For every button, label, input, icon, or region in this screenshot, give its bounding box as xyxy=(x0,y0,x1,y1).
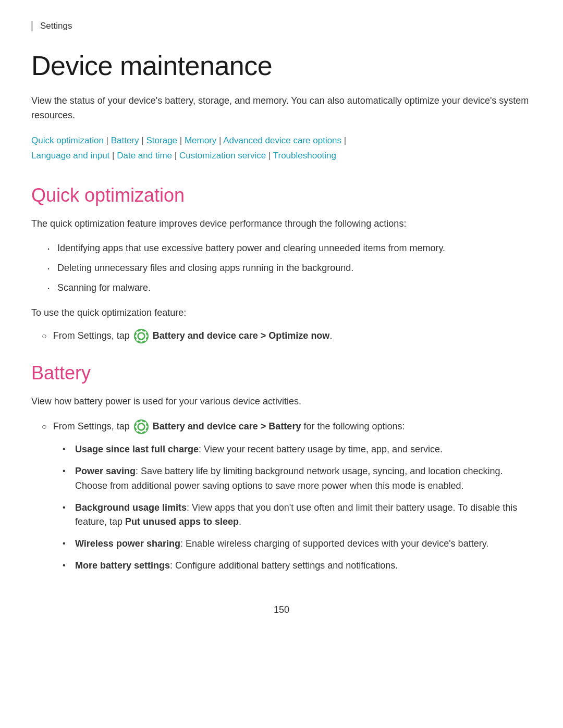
svg-rect-5 xyxy=(135,336,137,337)
quick-optimization-step: ○ From Settings, tap Battery and device … xyxy=(31,329,532,343)
toc-separator: | xyxy=(341,135,346,145)
toc-link-date[interactable]: Date and time xyxy=(117,151,172,161)
settings-icon-battery xyxy=(134,419,149,434)
toc-separator: | xyxy=(104,135,111,145)
battery-step: ○ From Settings, tap Battery and device … xyxy=(31,419,532,434)
sub-bullet-item: Wireless power sharing: Enable wireless … xyxy=(63,537,532,551)
toc-separator: | xyxy=(172,151,179,161)
battery-step-content: From Settings, tap Battery and device ca… xyxy=(53,419,405,434)
toc-link-advanced[interactable]: Advanced device care options xyxy=(223,135,341,145)
quick-optimization-intro: The quick optimization feature improves … xyxy=(31,217,532,231)
toc-links: Quick optimization | Battery | Storage |… xyxy=(31,133,532,164)
battery-intro: View how battery power is used for your … xyxy=(31,394,532,409)
toc-link-quick-optimization[interactable]: Quick optimization xyxy=(31,135,104,145)
bullet-item: Scanning for malware. xyxy=(47,281,532,295)
quick-optimization-step-intro: To use the quick optimization feature: xyxy=(31,306,532,320)
battery-step-bold: Battery and device care > Battery for th… xyxy=(150,419,405,434)
toc-link-troubleshooting[interactable]: Troubleshooting xyxy=(273,151,336,161)
settings-icon xyxy=(134,329,149,343)
step-from-text: From Settings, tap xyxy=(53,329,132,343)
quick-optimization-title: Quick optimization xyxy=(31,184,532,206)
battery-title: Battery xyxy=(31,362,532,384)
step-bold-text: Battery and device care > Optimize now. xyxy=(150,329,333,343)
svg-rect-16 xyxy=(135,426,137,427)
bullet-item: Deleting unnecessary files and closing a… xyxy=(47,261,532,276)
toc-link-battery[interactable]: Battery xyxy=(111,135,139,145)
circle-bullet: ○ xyxy=(42,421,47,434)
circle-bullet: ○ xyxy=(42,330,47,343)
step-content: From Settings, tap Battery and device ca… xyxy=(53,329,333,343)
toc-separator: | xyxy=(216,135,223,145)
toc-link-storage[interactable]: Storage xyxy=(146,135,178,145)
breadcrumb: Settings xyxy=(31,21,532,31)
toc-link-customization[interactable]: Customization service xyxy=(179,151,266,161)
svg-rect-14 xyxy=(140,421,142,423)
battery-sub-bullets: Usage since last full charge: View your … xyxy=(31,442,532,573)
svg-point-1 xyxy=(139,334,144,339)
breadcrumb-label: Settings xyxy=(40,21,72,31)
sub-bullet-item: Background usage limits: View apps that … xyxy=(63,501,532,530)
svg-point-12 xyxy=(139,424,144,429)
svg-rect-17 xyxy=(145,426,148,427)
battery-section: Battery View how battery power is used f… xyxy=(31,362,532,573)
toc-link-language[interactable]: Language and input xyxy=(31,151,109,161)
sub-bullet-item: Usage since last full charge: View your … xyxy=(63,442,532,457)
page-number: 150 xyxy=(31,604,532,615)
toc-separator: | xyxy=(139,135,146,145)
page-title: Device maintenance xyxy=(31,50,532,81)
toc-separator: | xyxy=(109,151,117,161)
svg-rect-3 xyxy=(140,330,142,332)
quick-optimization-section: Quick optimization The quick optimizatio… xyxy=(31,184,532,343)
svg-rect-15 xyxy=(140,431,142,433)
sub-bullet-item: Power saving: Save battery life by limit… xyxy=(63,464,532,493)
battery-step-from-text: From Settings, tap xyxy=(53,419,132,434)
toc-separator: | xyxy=(266,151,273,161)
page-intro: View the status of your device's battery… xyxy=(31,94,532,123)
toc-separator: | xyxy=(177,135,185,145)
toc-link-memory[interactable]: Memory xyxy=(185,135,216,145)
svg-rect-4 xyxy=(140,340,142,342)
sub-bullet-item: More battery settings: Configure additio… xyxy=(63,559,532,573)
quick-optimization-bullets: Identifying apps that use excessive batt… xyxy=(31,241,532,295)
svg-rect-6 xyxy=(145,336,148,337)
bullet-item: Identifying apps that use excessive batt… xyxy=(47,241,532,256)
